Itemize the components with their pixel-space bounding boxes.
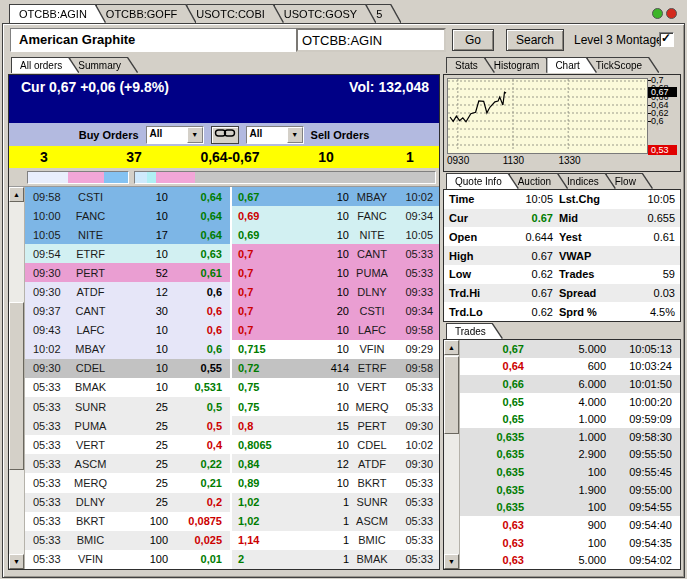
ask-size: 10 [298,248,349,260]
ask-size: 1 [298,553,349,565]
bid-time: 09:37 [25,305,65,317]
trade-time: 09:58:30 [606,431,680,443]
level3-montage-checkbox[interactable] [659,32,674,47]
book-row[interactable]: 05:33VERT250,40,806510CDEL10:02 [25,435,439,454]
book-row[interactable]: 05:33BMIC1000,0251,141BMIC05:33 [25,531,439,550]
bid-mmid: CDEL [65,362,116,374]
trade-size: 100 [524,466,606,478]
quote-row: Low0.62Trades59 [444,265,680,284]
bid-size: 10 [116,248,168,260]
book-row[interactable]: 10:05NITE170,640,6910NITE10:05 [25,225,439,244]
bid-price: 0,01 [168,553,230,565]
tab-auction[interactable]: Auction [510,174,567,189]
depth-segment [104,172,128,183]
quote-row: Open0.644Yest0.61 [444,227,680,246]
scroll-up-icon[interactable] [9,187,24,202]
book-row[interactable]: 05:33DLNY250,21,021SUNR05:33 [25,493,439,512]
ask-mmid: BKRT [349,477,395,489]
window-tab-otcbb-agin[interactable]: OTCBB:AGIN [10,5,105,23]
bid-cell: 09:54ETRF100,63 [25,244,230,263]
status-strip [4,570,683,576]
bid-size: 10 [116,381,168,393]
book-row[interactable]: 09:37CANT300,60,720CSTI09:34 [25,302,439,321]
book-scrollbar[interactable] [9,187,25,569]
ask-time: 05:33 [395,248,439,260]
scroll-down-icon[interactable] [444,554,459,569]
trades-scrollbar[interactable] [444,340,460,569]
book-row[interactable]: 05:33VFIN1000,0121BMAK05:33 [25,550,439,569]
tab-chart[interactable]: Chart [547,58,595,73]
book-row[interactable]: 09:58CSTI100,640,6710MBAY10:02 [25,187,439,206]
bid-price: 0,0875 [168,515,230,527]
quote-value: 0.03 [621,287,675,299]
trade-row: 0,6460010:03:24 [460,358,680,376]
link-buy-sell-button[interactable] [211,126,239,144]
window-tab-usotc-gosy[interactable]: USOTC:GOSY [275,5,375,23]
tab-tickscope[interactable]: TickScope [588,58,658,73]
bid-mmid: BMAK [65,381,116,393]
bid-mmid: MBAY [65,343,116,355]
tab-stats[interactable]: Stats [447,58,494,73]
ask-price: 0,7 [232,248,298,260]
bid-mmid: ATDF [65,286,116,298]
scroll-down-icon[interactable] [9,554,24,569]
tab-histogram[interactable]: Histogram [486,58,556,73]
book-row[interactable]: 05:33SUNR250,50,7510MERQ05:33 [25,397,439,416]
depth-segment [156,172,195,183]
ask-time: 05:33 [395,381,439,393]
chevron-down-icon[interactable]: ▼ [287,127,303,143]
go-button[interactable]: Go [452,29,494,51]
ask-time: 09:58 [395,324,439,336]
order-book-panel: Cur 0,67 +0,06 (+9.8%) Vol: 132,048 Buy … [8,74,440,570]
book-row[interactable]: 09:30PERT520,610,710PUMA05:33 [25,263,439,282]
book-row[interactable]: 05:33BKRT1000,08751,021ASCM05:33 [25,512,439,531]
bid-size: 25 [116,477,168,489]
ask-price: 0,7 [232,286,298,298]
tab-summary[interactable]: Summary [70,58,137,73]
trade-row: 0,666.00010:01:50 [460,375,680,393]
trade-price: 0,63 [460,537,524,549]
book-row[interactable]: 09:30CDEL100,550,72414ETRF09:58 [25,359,439,378]
trade-size: 1.000 [524,413,606,425]
book-scroll-thumb[interactable] [9,302,24,470]
ask-cell: 0,710PUMA05:33 [232,263,439,282]
bid-mmid: CSTI [65,191,116,203]
ask-mmid: CDEL [349,439,395,451]
window-tab-usotc-cobi[interactable]: USOTC:COBI [187,5,282,23]
bid-price: 0,6 [168,286,230,298]
book-row[interactable]: 09:43LAFC100,60,710LAFC09:58 [25,321,439,340]
book-row[interactable]: 05:33MERQ250,210,8910BKRT05:33 [25,473,439,492]
trade-row: 0,654.00010:00:20 [460,393,680,411]
quote-label: Spread [559,287,621,299]
bid-price: 0,21 [168,477,230,489]
book-row[interactable]: 05:33PUMA250,50,815PERT09:30 [25,416,439,435]
buy-filter-select[interactable]: All ▼ [146,126,204,144]
tab-all-orders[interactable]: All orders [12,58,78,73]
book-row[interactable]: 10:02MBAY100,60,71510VFIN09:29 [25,340,439,359]
book-row[interactable]: 05:33ASCM250,220,8412ATDF09:30 [25,454,439,473]
search-button[interactable]: Search [506,29,564,51]
book-row[interactable]: 10:00FANC100,640,6910FANC09:34 [25,206,439,225]
book-row[interactable]: 05:33BMAK100,5310,7510VERT05:33 [25,378,439,397]
bid-time: 05:33 [25,439,65,451]
chevron-down-icon[interactable]: ▼ [187,127,203,143]
ask-cell: 1,021SUNR05:33 [232,493,439,512]
symbol-input[interactable] [296,28,446,52]
trade-price: 0,65 [460,396,524,408]
ask-size: 1 [298,515,349,527]
window-tab-otcbb-goff[interactable]: OTCBB:GOFF [97,5,196,23]
book-row[interactable]: 09:30ATDF120,60,710DLNY09:33 [25,282,439,301]
scroll-up-icon[interactable] [444,340,459,355]
trades-scroll-thumb[interactable] [444,356,459,434]
tab-quote-info[interactable]: Quote Info [447,174,518,189]
sell-filter-select[interactable]: All ▼ [246,126,304,144]
tab-indices[interactable]: Indices [559,174,615,189]
quote-label: VWAP [559,250,621,262]
ask-time: 09:30 [395,420,439,432]
ask-cell: 0,7510VERT05:33 [232,378,439,397]
trade-row: 0,6352.90009:55:50 [460,446,680,464]
book-row[interactable]: 09:54ETRF100,630,710CANT05:33 [25,244,439,263]
tab-trades[interactable]: Trades [447,324,502,339]
x-tick-label: 1330 [558,155,580,166]
quote-row: Trd.Lo0.62Sprd %4.5% [444,302,680,321]
